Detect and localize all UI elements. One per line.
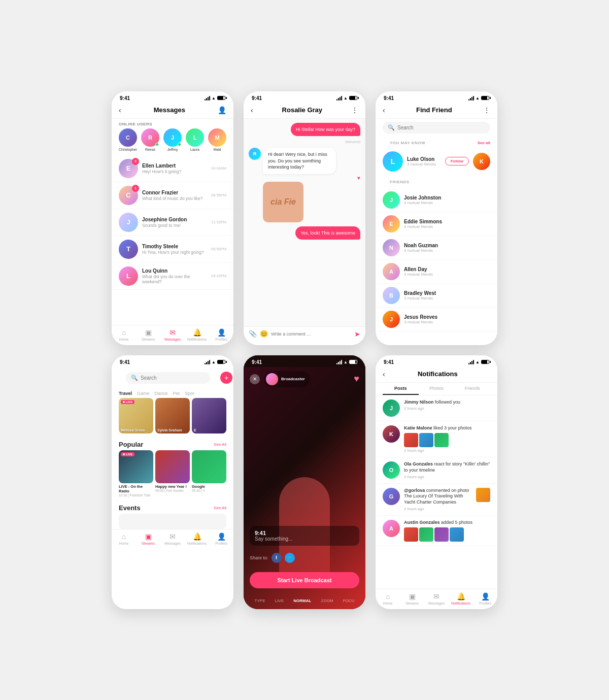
stream-card-2[interactable]: Sylvia Graham <box>155 398 190 434</box>
cat-dance[interactable]: Dance <box>155 391 168 396</box>
stream-name-2: Sylvia Graham <box>157 428 182 432</box>
streams-nav-messages[interactable]: ✉Messages <box>160 532 185 545</box>
notif-nav-messages[interactable]: ✉Messages <box>424 592 449 605</box>
see-all-events[interactable]: See All <box>214 506 226 510</box>
cat-game[interactable]: Game <box>137 391 150 396</box>
more-icon-chat[interactable]: ⋮ <box>351 106 358 114</box>
notif-nav-home[interactable]: ⌂Home <box>376 592 400 605</box>
stream-name-3: E <box>194 428 196 432</box>
attachment-icon[interactable]: 📎 <box>249 330 257 338</box>
see-all-popular[interactable]: See All <box>214 442 226 447</box>
gorlova-content: @gorlova commented on photo The Luxury O… <box>404 488 472 511</box>
mode-focu[interactable]: FOCU <box>343 598 355 603</box>
live-badge-1: LIVE <box>121 400 134 404</box>
notif-tab-photos[interactable]: Photos <box>419 383 455 395</box>
mode-zoom[interactable]: ZOOM <box>321 598 333 603</box>
live-close-button[interactable]: ✕ <box>250 374 260 384</box>
streams-nav-home[interactable]: ⌂Home <box>112 532 136 545</box>
notif-tab-friends[interactable]: Friends <box>454 383 490 395</box>
notif-item-gorlova[interactable]: G @gorlova commented on photo The Luxury… <box>376 484 497 516</box>
jesus-name: Jesus Reeves <box>404 314 490 320</box>
eddie-name: Eddie Simmons <box>404 219 490 224</box>
messages-header: ‹ Messages 👤 <box>112 103 233 119</box>
luke-name: Luke Olson <box>407 156 441 162</box>
notif-item-austin[interactable]: A Austin Gonzales added 5 photos <box>376 516 497 547</box>
popular-card-2[interactable]: Happy new Year ! 09:00 | Fort Sumter <box>155 450 190 497</box>
status-time-ff: 9:41 <box>384 95 394 101</box>
say-something-text[interactable]: Say something... <box>255 536 354 542</box>
popular-img-1: LIVE <box>119 450 153 483</box>
battery-icon-live <box>349 360 357 364</box>
streams-nav-notifications[interactable]: 🔔Notifications <box>185 532 209 545</box>
nav-messages[interactable]: ✉Messages <box>160 328 185 341</box>
notif-item-malone[interactable]: K Katie Malone liked 3 your photos 2 hou… <box>376 421 497 458</box>
conversation-item-2[interactable]: C1 Connor Frazier What kind of music do … <box>112 182 233 209</box>
search-input-ff[interactable] <box>397 125 485 130</box>
nav-home[interactable]: ⌂Home <box>112 328 136 341</box>
nav-notifications[interactable]: 🔔Notifications <box>185 328 209 341</box>
cat-travel[interactable]: Travel <box>119 391 132 396</box>
add-stream-button[interactable]: + <box>220 372 232 384</box>
josie-name: Josie Johnston <box>404 195 490 201</box>
send-button[interactable]: ➤ <box>354 330 360 338</box>
notif-item-jimmy[interactable]: J Jimmy Nilson followed you 2 hours ago <box>376 395 497 421</box>
friend-item-allen[interactable]: A Allen Day 3 mutual friends <box>376 260 497 284</box>
friend-item-josie[interactable]: J Josie Johnston 3 mutual friends <box>376 188 497 212</box>
share-facebook-button[interactable]: f <box>272 553 282 563</box>
events-section-header: Events See All <box>112 501 233 514</box>
conv-name-5: Lou Quinn <box>142 268 207 274</box>
streams-nav-profiles[interactable]: 👤Profiles <box>209 532 233 545</box>
conversation-item-1[interactable]: E3 Ellen Lambert Hey! How's it going? 04… <box>112 155 233 182</box>
see-all-may-know[interactable]: See all <box>478 141 490 145</box>
share-twitter-button[interactable]: 🐦 <box>285 553 295 563</box>
follow-button-luke[interactable]: Follow <box>445 157 469 165</box>
cat-pet[interactable]: Pet <box>173 391 180 396</box>
mode-type[interactable]: TYPE <box>255 598 265 603</box>
malone-photos <box>404 433 490 447</box>
streams-search-input[interactable] <box>141 375 205 381</box>
notif-tab-posts[interactable]: Posts <box>383 383 419 395</box>
notif-nav-profiles-label: Profiles <box>479 602 491 605</box>
stream-card-1[interactable]: LIVE Melissa Gross <box>119 398 153 434</box>
status-bar-streams: 9:41 ▲ <box>112 355 233 367</box>
notif-tabs: Posts Photos Friends <box>376 383 497 395</box>
online-user-5: M Mald <box>208 128 226 151</box>
cat-sport[interactable]: Spor <box>185 391 194 396</box>
friend-item-noah[interactable]: N Noah Guzman 3 mutual friends <box>376 236 497 260</box>
rosalie-avatar: R <box>249 148 261 160</box>
popular-card-3[interactable]: Google 05:40 | V <box>192 450 226 497</box>
profile-icon[interactable]: 👤 <box>218 106 226 114</box>
notif-nav-notif[interactable]: 🔔Notifications <box>449 592 473 605</box>
emoji-icon[interactable]: 😊 <box>260 330 268 338</box>
popular-section-header: Popular See All <box>112 438 233 450</box>
mode-live[interactable]: LIVE <box>275 598 284 603</box>
home-icon: ⌂ <box>122 328 126 337</box>
notif-bottom-nav: ⌂Home ▣Streams ✉Messages 🔔Notifications … <box>376 589 497 609</box>
friend-item-bradley[interactable]: B Bradley West 3 mutual friends <box>376 284 497 308</box>
nav-streams[interactable]: ▣Streams <box>136 328 160 341</box>
chat-bubble-sent-1: Hi Stella! How was your day? <box>291 123 360 137</box>
streams-nav-streams[interactable]: ▣Streams <box>136 532 160 545</box>
notif-item-ola[interactable]: O Ola Gonzales react for story "Killin' … <box>376 457 497 483</box>
mode-normal[interactable]: NORMAL <box>293 598 311 603</box>
say-something-box: 9:41 Say something... <box>250 526 359 546</box>
notif-nav-profiles[interactable]: 👤Profiles <box>473 592 497 605</box>
conv-preview-3: Sounds good to me! <box>142 223 207 228</box>
friend-item-eddie[interactable]: E Eddie Simmons 3 mutual friends <box>376 212 497 236</box>
conversation-item-3[interactable]: J Josephine Gordon Sounds good to me! 11… <box>112 209 233 236</box>
popular-card-1[interactable]: LIVE LIVE - On the Radio 10:30 | Freedom… <box>119 450 153 497</box>
online-name-1: Christopher <box>119 148 137 151</box>
live-dot-1 <box>123 401 125 403</box>
live-person-name: Broadcaster <box>281 377 305 381</box>
popular-title-1: LIVE - On the Radio <box>119 484 153 493</box>
stream-card-3[interactable]: E <box>192 398 226 434</box>
start-broadcast-button[interactable]: Start Live Broadcast <box>250 572 359 588</box>
more-icon-ff[interactable]: ⋮ <box>483 106 490 114</box>
chat-input-field[interactable] <box>271 331 351 337</box>
conversation-item-4[interactable]: T Timothy Steele Hi Tina. How's your nig… <box>112 236 233 263</box>
friend-item-jesus[interactable]: J Jesus Reeves 3 mutual friends <box>376 308 497 331</box>
conversation-item-5[interactable]: L Lou Quinn What did you do over the wee… <box>112 263 233 290</box>
notif-nav-streams[interactable]: ▣Streams <box>400 592 424 605</box>
eddie-info: Eddie Simmons 3 mutual friends <box>404 219 490 229</box>
nav-profiles[interactable]: 👤Profiles <box>209 328 233 341</box>
